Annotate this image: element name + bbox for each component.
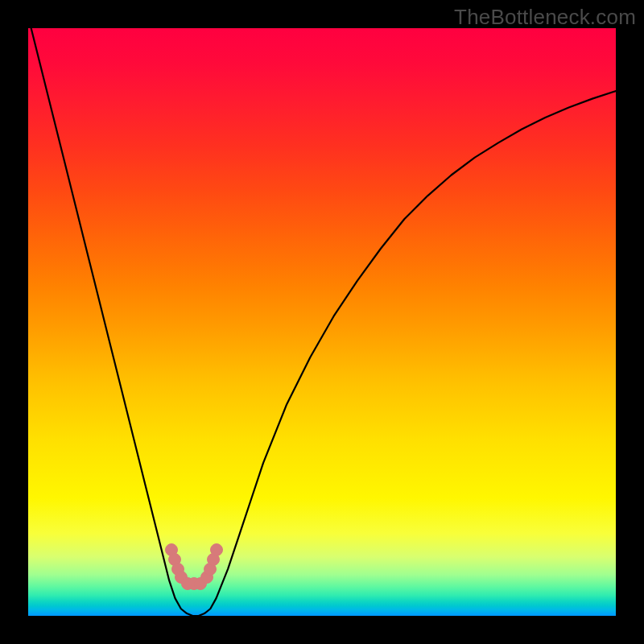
watermark-text: TheBottleneck.com <box>454 5 636 30</box>
valley-marker <box>211 544 223 556</box>
bottleneck-curve <box>28 28 616 616</box>
chart-frame: TheBottleneck.com <box>0 0 644 644</box>
chart-svg <box>28 28 616 616</box>
plot-area <box>28 28 616 616</box>
